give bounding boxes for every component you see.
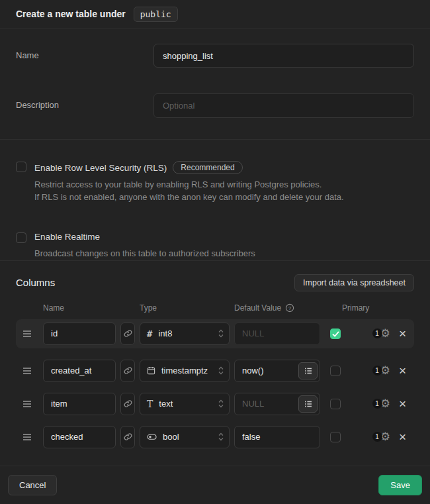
column-type-value: text bbox=[159, 399, 173, 409]
rls-label: Enable Row Level Security (RLS) bbox=[34, 163, 167, 173]
realtime-description: Broadcast changes on this table to autho… bbox=[34, 248, 414, 260]
calendar-icon bbox=[147, 366, 155, 375]
column-type-select[interactable]: timestamptz bbox=[140, 360, 230, 382]
primary-checkbox[interactable] bbox=[330, 328, 341, 339]
help-icon[interactable]: ? bbox=[285, 303, 294, 313]
foreign-key-button[interactable] bbox=[120, 323, 135, 345]
columns-table-header: Name Type Default Value ? Primary bbox=[16, 303, 414, 313]
drag-handle-icon[interactable] bbox=[22, 400, 32, 408]
column-row-item: T text 1 ⚙ bbox=[16, 390, 414, 418]
rls-block: Enable Row Level Security (RLS) Recommen… bbox=[16, 161, 414, 204]
cancel-button[interactable]: Cancel bbox=[8, 475, 57, 495]
link-icon bbox=[124, 432, 132, 441]
list-icon bbox=[304, 401, 312, 407]
settings-count-badge: 1 bbox=[372, 366, 382, 376]
delete-column-icon[interactable]: × bbox=[399, 430, 406, 443]
column-type-value: bool bbox=[163, 432, 179, 442]
import-spreadsheet-button[interactable]: Import data via spreadsheet bbox=[294, 274, 414, 291]
foreign-key-button[interactable] bbox=[120, 393, 135, 415]
text-type-icon: T bbox=[147, 399, 153, 409]
description-label: Description bbox=[16, 93, 153, 118]
chevron-updown-icon bbox=[218, 366, 224, 375]
drag-handle-icon[interactable] bbox=[22, 367, 32, 375]
chevron-updown-icon bbox=[218, 329, 224, 338]
settings-count-badge: 1 bbox=[372, 328, 382, 338]
column-settings-button[interactable]: 1 ⚙ bbox=[372, 328, 390, 339]
column-row-id: # int8 1 ⚙ × bbox=[16, 319, 414, 348]
schema-badge: public bbox=[134, 7, 178, 22]
primary-checkbox[interactable] bbox=[330, 366, 341, 376]
column-row-checked: bool 1 ⚙ × bbox=[16, 423, 414, 451]
drag-handle-icon[interactable] bbox=[22, 433, 32, 441]
column-type-select[interactable]: # int8 bbox=[140, 323, 230, 345]
rls-description-line1: Restrict access to your table by enablin… bbox=[34, 179, 414, 191]
column-name-input[interactable] bbox=[43, 323, 116, 345]
delete-column-icon[interactable]: × bbox=[399, 397, 406, 410]
column-name-input[interactable] bbox=[43, 426, 116, 448]
header-default-value: Default Value bbox=[234, 303, 281, 313]
link-icon bbox=[124, 366, 132, 375]
realtime-checkbox[interactable] bbox=[16, 232, 26, 243]
chevron-updown-icon bbox=[218, 399, 224, 408]
column-default-input bbox=[234, 323, 320, 345]
foreign-key-button[interactable] bbox=[120, 360, 135, 382]
column-default-input[interactable] bbox=[234, 426, 320, 448]
hash-icon: # bbox=[147, 328, 152, 339]
column-type-value: timestamptz bbox=[161, 366, 208, 376]
dialog-header: Create a new table under public bbox=[0, 0, 430, 28]
columns-title: Columns bbox=[16, 277, 55, 288]
dialog-footer: Cancel Save bbox=[0, 466, 430, 504]
default-value-menu-button[interactable] bbox=[298, 395, 318, 413]
column-type-value: int8 bbox=[158, 328, 172, 338]
svg-text:?: ? bbox=[288, 305, 292, 311]
rls-description-line2: If RLS is not enabled, anyone with the a… bbox=[34, 191, 414, 204]
columns-section: Columns Import data via spreadsheet Name… bbox=[0, 261, 430, 466]
foreign-key-button[interactable] bbox=[120, 426, 135, 448]
realtime-block: Enable Realtime Broadcast changes on thi… bbox=[16, 232, 414, 260]
column-type-select[interactable]: bool bbox=[140, 426, 230, 448]
primary-checkbox[interactable] bbox=[330, 432, 341, 442]
table-description-input[interactable] bbox=[153, 93, 414, 118]
delete-column-icon[interactable]: × bbox=[399, 327, 406, 340]
realtime-label: Enable Realtime bbox=[34, 232, 100, 242]
drag-handle-icon[interactable] bbox=[22, 330, 32, 338]
list-icon bbox=[304, 368, 312, 374]
column-settings-button[interactable]: 1 ⚙ bbox=[372, 398, 390, 409]
settings-count-badge: 1 bbox=[372, 399, 382, 409]
header-name: Name bbox=[43, 303, 116, 313]
create-table-dialog: Create a new table under public Name Des… bbox=[0, 0, 430, 504]
column-type-select[interactable]: T text bbox=[140, 393, 230, 415]
settings-count-badge: 1 bbox=[372, 432, 382, 442]
toggles-section: Enable Row Level Security (RLS) Recommen… bbox=[0, 140, 430, 260]
link-icon bbox=[124, 399, 132, 408]
column-settings-button[interactable]: 1 ⚙ bbox=[372, 431, 390, 442]
dialog-title: Create a new table under bbox=[16, 9, 126, 19]
table-name-input[interactable] bbox=[153, 44, 414, 68]
column-row-created-at: timestamptz 1 ⚙ × bbox=[16, 357, 414, 385]
chevron-updown-icon bbox=[218, 432, 224, 441]
column-settings-button[interactable]: 1 ⚙ bbox=[372, 365, 390, 376]
rls-checkbox[interactable] bbox=[16, 162, 26, 172]
save-button[interactable]: Save bbox=[378, 475, 422, 495]
primary-checkbox[interactable] bbox=[330, 399, 341, 409]
header-type: Type bbox=[140, 303, 230, 313]
basic-fields-section: Name Description bbox=[0, 28, 430, 139]
column-name-input[interactable] bbox=[43, 393, 116, 415]
boolean-toggle-icon bbox=[147, 432, 157, 441]
check-icon bbox=[332, 331, 339, 337]
default-value-menu-button[interactable] bbox=[298, 362, 318, 379]
link-icon bbox=[124, 329, 132, 338]
column-name-input[interactable] bbox=[43, 360, 116, 382]
name-label: Name bbox=[16, 44, 153, 68]
header-primary: Primary bbox=[342, 303, 369, 313]
delete-column-icon[interactable]: × bbox=[399, 364, 406, 377]
recommended-badge: Recommended bbox=[173, 161, 242, 174]
